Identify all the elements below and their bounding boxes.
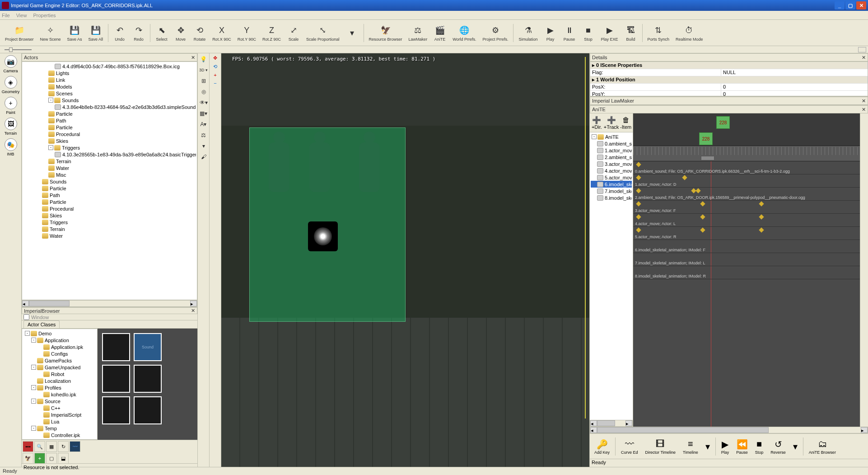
imperialbrowser-tree[interactable]: -Demo-ApplicationApplication.ipkConfigsG…: [22, 329, 98, 440]
toolbar-select[interactable]: ⬉Select: [152, 23, 171, 43]
actors-node[interactable]: Misc: [23, 171, 196, 178]
gizmo-move-icon[interactable]: ✥: [213, 55, 217, 61]
lawmaker-close-icon[interactable]: ✕: [862, 98, 866, 104]
toolbar-rot-z-90c[interactable]: ZRot.Z 90C: [259, 23, 284, 43]
window-minimize[interactable]: _: [835, 1, 845, 9]
actors-node[interactable]: Triggers: [23, 219, 196, 226]
leftstrip-paint[interactable]: +Paint: [2, 97, 20, 115]
thumbnail-1[interactable]: Sound: [134, 333, 162, 361]
actors-node[interactable]: Particle: [23, 198, 196, 205]
details-grid[interactable]: ▸ 0 IScene PropertiesFlag:NULL▸ 1 World …: [590, 61, 868, 96]
anite-timeline[interactable]: 228 228 0.ambient_sound; File: OS_ARK_CO…: [633, 113, 860, 427]
vp-eye-icon[interactable]: 👁▾: [199, 99, 208, 107]
toolbar-scale[interactable]: ⤢Scale: [284, 23, 303, 43]
anite-tree-node[interactable]: 6.imodel_ske: [591, 181, 632, 188]
details-row[interactable]: Flag:NULL: [590, 69, 868, 76]
timeline-track[interactable]: 4.actor_move; Actor: L: [633, 214, 860, 227]
actors-close-icon[interactable]: ✕: [191, 55, 195, 61]
toolbar-slider[interactable]: [5, 49, 32, 50]
thumbnail-4[interactable]: [102, 396, 130, 424]
window-checkbox[interactable]: [23, 314, 29, 320]
actors-node[interactable]: Procedural: [23, 131, 196, 137]
actors-node[interactable]: Path: [23, 192, 196, 198]
vp-text-icon[interactable]: A▾: [199, 120, 208, 128]
actors-node[interactable]: 4.4.d9f64c00-5dc7-49bc-8853-f5766118929e…: [23, 63, 196, 70]
toolbar-build[interactable]: 🏗Build: [621, 23, 640, 43]
anite-tree-node[interactable]: 8.imodel_ske: [591, 194, 632, 201]
anite-tb-play[interactable]: ▶Play: [718, 437, 733, 456]
thumbnail-0[interactable]: [102, 333, 130, 361]
vp-3d-dropdown[interactable]: 3D ▾: [199, 66, 208, 74]
ib-node[interactable]: Robot: [23, 371, 96, 377]
vp-grid-icon[interactable]: ⊞: [199, 77, 208, 85]
toolbar-pause[interactable]: ⏸Pause: [560, 23, 579, 43]
timeline-ruler[interactable]: [633, 146, 860, 161]
timeline-track[interactable]: 3.actor_move; Actor: F: [633, 201, 860, 214]
sound-actor-icon[interactable]: [308, 221, 338, 251]
toolbar-dropdown[interactable]: ▾: [343, 25, 362, 41]
actors-node[interactable]: Terrain: [23, 158, 196, 165]
anite-tb-curve-ed[interactable]: 〰Curve Ed: [617, 437, 642, 456]
actors-node[interactable]: 4.3.86e4b8eb-8233-4684-95a2-e2e6d3b3d6d3…: [23, 103, 196, 110]
details-group-header[interactable]: ▸ 1 World Position: [590, 76, 868, 84]
vp-grid2-icon[interactable]: ▦▾: [199, 109, 208, 118]
timeline-track[interactable]: 5.actor_move; Actor: R: [633, 227, 860, 240]
menu-properties[interactable]: Properties: [33, 13, 56, 18]
actors-node[interactable]: Link: [23, 76, 196, 83]
ib-btn-split[interactable]: ⬓: [58, 453, 69, 464]
anite-tree-node[interactable]: 5.actor_move: [591, 174, 632, 181]
actors-node[interactable]: Water: [23, 232, 196, 239]
actors-node[interactable]: Lights: [23, 70, 196, 76]
anite-close-icon[interactable]: ✕: [862, 107, 866, 113]
toolbar-lawmaker[interactable]: ⚖LawMaker: [406, 23, 431, 43]
vp-brush-icon[interactable]: 🖌: [199, 153, 208, 161]
ib-node[interactable]: -Profiles: [23, 384, 96, 391]
timeline-track[interactable]: 2.ambient_sound; File: OS_ARK_DOOR.ipk.1…: [633, 188, 860, 201]
actors-node[interactable]: Scenes: [23, 90, 196, 97]
toolbar-rotate[interactable]: ⟲Rotate: [190, 23, 209, 43]
ib-node[interactable]: Lua: [23, 418, 96, 425]
toolbar-play[interactable]: ▶Play: [541, 23, 560, 43]
menu-view[interactable]: View: [16, 13, 27, 18]
anite-tb-stop[interactable]: ■Stop: [751, 437, 767, 456]
anite-tb-pause[interactable]: ⏪Pause: [733, 437, 751, 456]
leftstrip-terrain[interactable]: 🖼Terrain: [2, 118, 20, 136]
ib-node[interactable]: GamePacks: [23, 357, 96, 364]
anite-tb-dd[interactable]: ▾: [702, 440, 714, 453]
toolbar-realtime-mode[interactable]: ⏱Realtime Mode: [672, 23, 706, 43]
actors-node[interactable]: Path: [23, 117, 196, 124]
anite-tb-reverse[interactable]: ↺Reverse: [767, 437, 789, 456]
anite-btn-item[interactable]: 🗑-Item: [619, 113, 633, 132]
ib-node[interactable]: Controller.ipk: [23, 432, 96, 438]
anite-tb-dd[interactable]: ▾: [789, 440, 801, 453]
details-group-header[interactable]: ▸ 0 IScene Properties: [590, 62, 868, 69]
actors-node[interactable]: -Triggers: [23, 144, 196, 151]
timeline-track[interactable]: 0.ambient_sound; File: OS_ARK_CORRIDORS.…: [633, 161, 860, 174]
ib-node[interactable]: -Source: [23, 398, 96, 404]
ib-btn-search[interactable]: 🔍: [34, 441, 45, 452]
toolbar-scale-proportional[interactable]: ⤡Scale Proportional: [303, 23, 343, 43]
ib-node[interactable]: C++: [23, 404, 96, 411]
anite-tree-node[interactable]: 2.ambient_sc: [591, 154, 632, 160]
anite-tb-timeline[interactable]: ≡Timeline: [679, 437, 702, 456]
actors-node[interactable]: Models: [23, 83, 196, 90]
anite-tree-node[interactable]: 0.ambient_sc: [591, 140, 632, 147]
ib-btn-eagle[interactable]: 🦅: [23, 453, 33, 464]
details-row[interactable]: PosX:0: [590, 84, 868, 91]
ib-btn-box[interactable]: ▢: [46, 453, 57, 464]
toolbar-save-all[interactable]: 💾Save All: [85, 23, 107, 43]
toolbar-project-browser[interactable]: 📁Project Browser: [2, 23, 37, 43]
anite-tree-node[interactable]: 3.actor_move: [591, 160, 632, 167]
actors-node[interactable]: Procedural: [23, 205, 196, 212]
toolbar-rot-x-90c[interactable]: XRot.X 90C: [209, 23, 234, 43]
vp-down-icon[interactable]: ▾: [199, 142, 208, 150]
actors-hscroll[interactable]: ◂▸: [22, 300, 197, 307]
toolbar-save-as[interactable]: 💾Save As: [64, 23, 85, 43]
anite-tree-node[interactable]: 4.actor_move: [591, 167, 632, 174]
toolbar-undo[interactable]: ↶Undo: [110, 23, 129, 43]
anite-tb-add-key[interactable]: 🔑Add Key: [591, 437, 613, 456]
anite-tree-node[interactable]: 7.imodel_ske: [591, 188, 632, 194]
vp-light-icon[interactable]: 💡: [199, 55, 208, 63]
thumbnail-5[interactable]: [134, 396, 162, 424]
thumbnail-2[interactable]: [102, 365, 130, 393]
